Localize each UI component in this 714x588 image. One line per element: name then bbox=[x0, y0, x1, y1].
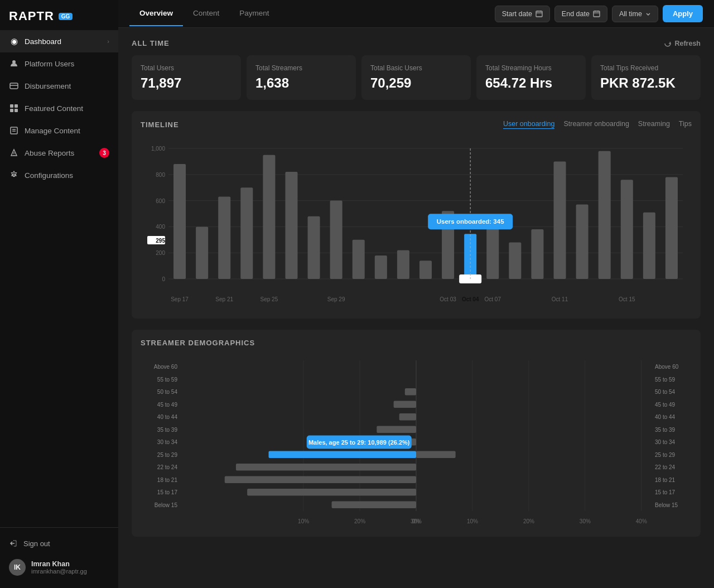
svg-text:Oct 15: Oct 15 bbox=[619, 296, 635, 302]
svg-text:Below 15: Below 15 bbox=[155, 502, 178, 508]
start-date-label: Start date bbox=[502, 10, 532, 18]
svg-rect-1 bbox=[10, 83, 18, 89]
timeline-section: TIMELINE User onboarding Streamer onboar… bbox=[132, 111, 701, 319]
timeline-tab-user-onboarding[interactable]: User onboarding bbox=[503, 120, 554, 129]
svg-text:Sep 25: Sep 25 bbox=[260, 296, 278, 302]
svg-text:Males, age 25 to 29: 10,989 (2: Males, age 25 to 29: 10,989 (26.2%) bbox=[308, 439, 410, 446]
svg-text:600: 600 bbox=[156, 198, 165, 204]
stat-tips: Total Tips Received PKR 872.5K bbox=[591, 55, 701, 100]
svg-rect-35 bbox=[218, 197, 230, 279]
svg-text:55 to 59: 55 to 59 bbox=[157, 377, 178, 383]
refresh-icon bbox=[664, 40, 672, 47]
svg-rect-96 bbox=[394, 401, 416, 408]
sidebar-item-label: Platform Users bbox=[25, 60, 74, 68]
sidebar-item-abuse-reports[interactable]: Abuse Reports 3 bbox=[0, 142, 118, 164]
svg-text:1,000: 1,000 bbox=[151, 146, 165, 152]
svg-text:30 to 34: 30 to 34 bbox=[157, 439, 178, 445]
stats-grid: Total Users 71,897 Total Streamers 1,638… bbox=[132, 55, 701, 100]
svg-rect-47 bbox=[419, 261, 432, 279]
main-content: Overview Content Payment Start date End … bbox=[118, 0, 714, 588]
nav-section: ◉ Dashboard › Platform Users Disbursemen… bbox=[0, 30, 118, 527]
svg-rect-108 bbox=[269, 451, 416, 458]
period-select[interactable]: All time bbox=[612, 6, 658, 22]
svg-rect-3 bbox=[10, 104, 13, 108]
svg-text:40 to 44: 40 to 44 bbox=[655, 414, 676, 420]
sidebar-item-manage-content[interactable]: Manage Content bbox=[0, 119, 118, 142]
demographics-section: STREAMER DEMOGRAPHICS 30%20%10%0%10%20%3… bbox=[132, 330, 701, 537]
timeline-tabs: User onboarding Streamer onboarding Stre… bbox=[503, 120, 692, 129]
svg-text:Above 60: Above 60 bbox=[154, 364, 178, 370]
svg-rect-55 bbox=[509, 242, 521, 279]
arrow-icon: › bbox=[107, 38, 109, 45]
sidebar-item-label: Dashboard bbox=[25, 37, 61, 46]
sidebar-item-configurations[interactable]: Configurations bbox=[0, 164, 118, 186]
tab-overview[interactable]: Overview bbox=[129, 1, 183, 26]
svg-text:Oct 07: Oct 07 bbox=[485, 296, 501, 302]
svg-rect-102 bbox=[377, 426, 416, 433]
stat-value: 70,259 bbox=[370, 75, 462, 91]
svg-rect-37 bbox=[240, 187, 253, 279]
sidebar-item-disbursement[interactable]: Disbursement bbox=[0, 75, 118, 97]
svg-rect-63 bbox=[643, 213, 655, 279]
all-time-title: ALL TIME bbox=[132, 39, 170, 47]
stat-value: 654.72 Hrs bbox=[485, 75, 577, 91]
top-navigation: Overview Content Payment Start date End … bbox=[118, 0, 714, 28]
timeline-tab-streamer-onboarding[interactable]: Streamer onboarding bbox=[563, 120, 629, 129]
date-controls: Start date End date All time Apply bbox=[495, 5, 703, 22]
svg-rect-40 bbox=[285, 172, 297, 279]
sidebar-item-platform-users[interactable]: Platform Users bbox=[0, 52, 118, 75]
sidebar: RAPTR GG ◉ Dashboard › Platform Users Di… bbox=[0, 0, 118, 588]
svg-text:295: 295 bbox=[156, 238, 165, 244]
content-area: ALL TIME Refresh Total Users 71,897 Tota… bbox=[118, 28, 714, 588]
svg-rect-45 bbox=[375, 256, 387, 279]
apply-button[interactable]: Apply bbox=[663, 5, 703, 22]
svg-text:15 to 17: 15 to 17 bbox=[655, 489, 676, 495]
users-icon bbox=[9, 59, 19, 69]
svg-text:0%: 0% bbox=[412, 518, 421, 524]
sidebar-item-label: Featured Content bbox=[25, 104, 83, 113]
svg-rect-115 bbox=[225, 476, 416, 483]
svg-rect-12 bbox=[536, 11, 542, 17]
svg-text:20%: 20% bbox=[523, 518, 534, 524]
sidebar-item-featured-content[interactable]: Featured Content bbox=[0, 97, 118, 119]
stat-value: 71,897 bbox=[141, 75, 232, 91]
stat-label: Total Streamers bbox=[255, 64, 347, 72]
svg-rect-4 bbox=[15, 104, 18, 108]
user-info: IK Imran Khan imrankhan@raptr.gg bbox=[0, 553, 118, 581]
tab-payment[interactable]: Payment bbox=[229, 1, 279, 26]
sidebar-item-dashboard[interactable]: ◉ Dashboard › bbox=[0, 30, 118, 52]
svg-text:400: 400 bbox=[156, 224, 165, 230]
svg-rect-50 bbox=[464, 234, 476, 279]
sidebar-item-label: Configurations bbox=[25, 171, 73, 180]
timeline-tab-tips[interactable]: Tips bbox=[679, 120, 692, 129]
svg-text:15 to 17: 15 to 17 bbox=[157, 489, 178, 495]
svg-text:Oct 11: Oct 11 bbox=[552, 296, 568, 302]
svg-text:Users onboarded: 345: Users onboarded: 345 bbox=[437, 218, 504, 225]
sign-out-icon bbox=[9, 539, 18, 548]
timeline-title: TIMELINE bbox=[141, 121, 179, 129]
svg-rect-109 bbox=[416, 451, 456, 458]
svg-text:10%: 10% bbox=[298, 518, 309, 524]
stat-label: Total Tips Received bbox=[600, 64, 692, 72]
config-icon bbox=[9, 170, 19, 180]
timeline-tab-streaming[interactable]: Streaming bbox=[638, 120, 670, 129]
tab-content[interactable]: Content bbox=[183, 1, 229, 26]
user-email: imrankhan@raptr.gg bbox=[31, 568, 87, 575]
svg-text:Oct 03: Oct 03 bbox=[440, 296, 456, 302]
svg-text:40%: 40% bbox=[636, 518, 647, 524]
timeline-chart: 02004006008001,000Sep 17Sep 21Sep 25Sep … bbox=[141, 137, 692, 310]
svg-rect-121 bbox=[332, 502, 416, 508]
abuse-badge: 3 bbox=[99, 148, 109, 158]
abuse-icon bbox=[9, 148, 19, 158]
sign-out-button[interactable]: Sign out bbox=[0, 533, 118, 553]
svg-rect-64 bbox=[665, 177, 678, 279]
start-date-button[interactable]: Start date bbox=[495, 6, 550, 22]
svg-text:35 to 39: 35 to 39 bbox=[157, 427, 178, 433]
end-date-button[interactable]: End date bbox=[554, 6, 607, 22]
calendar-icon bbox=[536, 10, 543, 17]
svg-rect-61 bbox=[621, 180, 633, 279]
refresh-button[interactable]: Refresh bbox=[664, 40, 701, 47]
user-details: Imran Khan imrankhan@raptr.gg bbox=[31, 560, 87, 575]
demographics-chart-svg: 30%20%10%0%10%20%30%40%Above 60Above 605… bbox=[141, 355, 692, 528]
sidebar-item-label: Disbursement bbox=[25, 82, 71, 90]
